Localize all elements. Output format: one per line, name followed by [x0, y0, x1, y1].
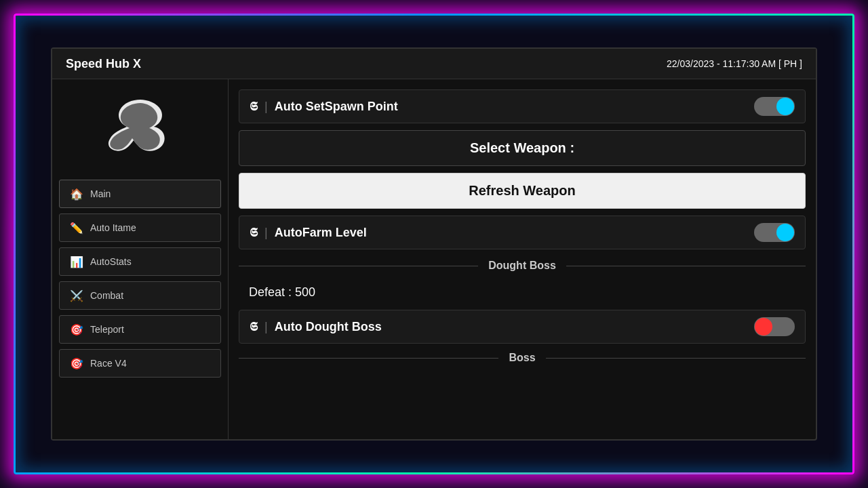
toggle-knob-cyan2: [776, 224, 794, 241]
race-icon: 🎯: [70, 357, 83, 370]
sidebar-item-combat[interactable]: ⚔️ Combat: [59, 281, 221, 310]
logo-icon: [106, 93, 174, 161]
boss-section-label: Boss: [509, 352, 535, 364]
sidebar-item-autostats-label: AutoStats: [90, 256, 132, 267]
combat-icon: ⚔️: [70, 289, 83, 302]
select-weapon-label: Select Weapon :: [470, 140, 574, 155]
sidebar-item-auto-itame[interactable]: ✏️ Auto Itame: [59, 214, 221, 242]
main-window: Speed Hub X 22/03/2023 - 11:17:30 AM [ P…: [51, 47, 817, 441]
content-area: 🏠 Main ✏️ Auto Itame 📊 AutoStats ⚔️ Comb…: [52, 79, 816, 439]
teleport-icon: 🎯: [70, 323, 83, 336]
sidebar-item-combat-label: Combat: [90, 290, 123, 301]
stats-icon: 📊: [70, 255, 83, 268]
sidebar: 🏠 Main ✏️ Auto Itame 📊 AutoStats ⚔️ Comb…: [52, 79, 229, 439]
autofarm-label: AutoFarm Level: [275, 226, 747, 240]
divider-line-right: [566, 266, 806, 266]
dought-boss-divider: Dought Boss: [239, 256, 806, 275]
edit-icon: ✏️: [70, 221, 83, 235]
datetime: 22/03/2023 - 11:17:30 AM [ PH ]: [667, 58, 802, 69]
sidebar-item-main-label: Main: [90, 188, 111, 199]
toggle-knob-cyan1: [776, 98, 794, 115]
auto-setspawn-toggle[interactable]: [754, 97, 795, 116]
toggle-track-cyan1: [754, 97, 795, 116]
toggle-track-red: [754, 317, 795, 336]
refresh-weapon-button[interactable]: Refresh Weapon: [239, 173, 806, 209]
auto-dought-boss-row: 𝕾 | Auto Dought Boss: [239, 310, 806, 344]
toggle-knob-red: [755, 318, 772, 336]
sidebar-item-teleport-label: Teleport: [90, 324, 124, 335]
autofarm-icon: 𝕾: [250, 226, 258, 240]
main-content: 𝕾 | Auto SetSpawn Point Select Weapon : …: [229, 79, 816, 439]
home-icon: 🏠: [70, 187, 83, 201]
defeat-count: Defeat : 500: [239, 282, 806, 303]
autofarm-toggle[interactable]: [754, 223, 795, 242]
logo-area: [100, 86, 181, 167]
auto-dought-boss-toggle[interactable]: [754, 317, 795, 336]
app-title: Speed Hub X: [66, 57, 141, 71]
refresh-weapon-label: Refresh Weapon: [469, 183, 575, 198]
divider2: |: [264, 226, 268, 240]
boss-divider-line-right: [546, 358, 806, 359]
sidebar-item-teleport[interactable]: 🎯 Teleport: [59, 315, 221, 344]
auto-dought-boss-label: Auto Dought Boss: [275, 320, 747, 334]
divider1: |: [264, 100, 268, 114]
sidebar-item-race-v4[interactable]: 🎯 Race V4: [59, 349, 221, 378]
auto-setspawn-label: Auto SetSpawn Point: [275, 100, 747, 114]
divider3: |: [264, 320, 268, 334]
title-bar: Speed Hub X 22/03/2023 - 11:17:30 AM [ P…: [52, 49, 816, 79]
autofarm-level-row: 𝕾 | AutoFarm Level: [239, 216, 806, 249]
dought-boss-section-label: Dought Boss: [488, 260, 556, 272]
boss-divider-line-left: [239, 358, 498, 359]
sidebar-item-race-v4-label: Race V4: [90, 358, 127, 369]
auto-setspawn-row: 𝕾 | Auto SetSpawn Point: [239, 89, 806, 123]
divider-line-left: [239, 266, 478, 266]
sidebar-item-main[interactable]: 🏠 Main: [59, 180, 221, 208]
boss-divider: Boss: [239, 350, 806, 365]
toggle-track-cyan2: [754, 223, 795, 242]
auto-dought-icon: 𝕾: [250, 320, 258, 334]
sidebar-item-autostats[interactable]: 📊 AutoStats: [59, 247, 221, 276]
auto-setspawn-icon: 𝕾: [250, 100, 258, 114]
sidebar-item-auto-itame-label: Auto Itame: [90, 222, 136, 233]
select-weapon-button[interactable]: Select Weapon :: [239, 130, 806, 166]
